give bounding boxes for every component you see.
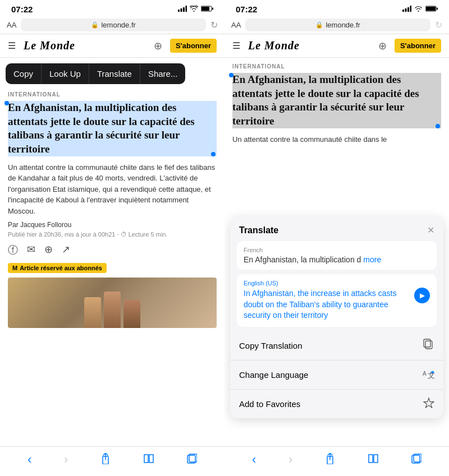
translate-result-box: English (US) In Afghanistan, the increas… [237,274,437,327]
social-icons-left: ⓕ ✉ ⊕ ↗ [8,243,217,257]
email-icon[interactable]: ✉ [27,243,35,257]
svg-rect-5 [201,7,209,11]
figure-2 [104,292,121,328]
whatsapp-icon[interactable]: ⊕ [44,243,53,257]
context-lookup[interactable]: Look Up [42,63,89,84]
content-area-right: INTERNATIONAL En Afghanistan, la multipl… [224,58,449,446]
browser-aa-right[interactable]: AA [231,21,241,29]
browser-url-left: lemonde.fr [101,21,135,29]
article-title-left[interactable]: En Afghanistan, la multiplication des at… [8,101,217,156]
translate-actions: Copy Translation Change Language A 文 [230,331,443,418]
share-logo-icon-right[interactable]: ⊕ [378,40,387,52]
subscribe-button-right[interactable]: S'abonner [395,39,441,53]
svg-rect-18 [424,339,430,347]
nav-share-left[interactable] [100,453,111,467]
right-panel: 07:22 [224,0,449,476]
svg-rect-13 [410,6,412,12]
context-copy[interactable]: Copy [6,63,42,84]
play-button[interactable]: ▶ [414,288,430,303]
translate-source-box: French En Afghanistan, la multiplication… [237,241,437,270]
translate-source-text-row: En Afghanistan, la multiplication d more [244,255,430,264]
lemonde-header-right: ☰ Le Monde ⊕ S'abonner [224,34,449,58]
add-favorites-label: Add to Favorites [239,399,300,409]
browser-url-box-right[interactable]: 🔒 lemonde.fr [245,19,430,31]
nav-forward-right[interactable]: › [288,452,292,467]
hamburger-icon-right[interactable]: ☰ [232,40,240,51]
change-language-action[interactable]: Change Language A 文 [230,361,443,390]
browser-bar-right: AA 🔒 lemonde.fr ↻ [224,16,449,34]
svg-rect-6 [212,7,213,10]
refresh-icon-left[interactable]: ↻ [210,20,218,30]
nav-book-left[interactable] [143,454,154,466]
status-time-right: 07:22 [236,4,257,14]
content-area-left: Copy Look Up Translate Share... INTERNAT… [0,58,224,446]
translate-source-lang: French [244,247,430,253]
translate-header: Translate ✕ [230,217,443,241]
wifi-icon-right [414,6,423,13]
lemonde-logo-right: Le Monde [248,39,373,52]
nav-book-right[interactable] [368,454,379,466]
lock-icon-right: 🔒 [315,21,323,29]
svg-rect-17 [425,341,432,349]
copy-translation-icon [423,339,434,353]
svg-rect-10 [402,10,404,12]
nav-back-right[interactable]: ‹ [252,452,256,467]
lemonde-header-left: ☰ Le Monde ⊕ S'abonner [0,34,224,58]
section-label-right: INTERNATIONAL [232,63,441,70]
change-language-label: Change Language [239,370,308,380]
change-language-icon: A 文 [422,368,434,382]
browser-aa-left[interactable]: AA [7,21,16,29]
share-logo-icon-left[interactable]: ⊕ [154,40,162,52]
context-translate[interactable]: Translate [89,63,140,84]
translate-close-button[interactable]: ✕ [427,225,434,235]
lemonde-logo-left: Le Monde [24,39,148,52]
translate-result-content: In Afghanistan, the increase in attacks … [244,288,409,321]
translate-result-text-area: English (US) In Afghanistan, the increas… [244,280,409,321]
signal-icon-right [402,6,411,13]
nav-tabs-right[interactable] [411,454,421,466]
facebook-icon[interactable]: ⓕ [8,243,18,257]
svg-text:A: A [423,371,427,377]
subscribe-button-left[interactable]: S'abonner [170,39,217,53]
section-label-left: INTERNATIONAL [8,91,217,98]
selection-handle-bottom-right[interactable] [436,124,440,128]
article-author-left: Par Jacques Follorou [8,221,217,229]
svg-rect-15 [426,7,436,11]
nav-share-right[interactable] [325,453,335,467]
translate-source-text: En Afghanistan, la multiplication d [244,255,361,264]
add-favorites-action[interactable]: Add to Favorites [230,390,443,418]
refresh-icon-right[interactable]: ↻ [435,20,442,30]
context-share[interactable]: Share... [140,63,186,84]
figure-3 [123,300,140,328]
selection-handle-bottom[interactable] [211,152,216,156]
svg-rect-11 [405,8,407,12]
status-icons-left [178,6,213,13]
svg-rect-16 [437,7,438,10]
selection-handle-top[interactable] [4,101,9,105]
browser-url-right: lemonde.fr [326,21,360,29]
nav-forward-left[interactable]: › [64,452,68,467]
nav-back-left[interactable]: ‹ [28,452,31,467]
figure-1 [84,297,101,328]
svg-rect-12 [407,7,409,12]
selection-handle-top-right[interactable] [229,73,233,77]
hamburger-icon-left[interactable]: ☰ [8,40,16,51]
article-image-left [8,278,217,328]
article-section-right: INTERNATIONAL En Afghanistan, la multipl… [224,58,449,155]
bottom-nav-left: ‹ › [0,446,224,476]
article-date-left: Publié hier à 20h36, mis à jour à 00h21 … [8,231,217,238]
browser-bar-left: AA 🔒 lemonde.fr ↻ [0,16,224,34]
article-badge-left: M Article réservé aux abonnés [8,263,107,273]
badge-icon-left: M [12,265,17,271]
translate-panel: Translate ✕ French En Afghanistan, la mu… [230,217,443,418]
browser-url-box-left[interactable]: 🔒 lemonde.fr [21,19,206,31]
translate-more-link[interactable]: more [363,255,381,264]
article-section-left: INTERNATIONAL En Afghanistan, la multipl… [0,86,224,334]
bottom-nav-right: ‹ › [224,446,449,476]
article-title-right[interactable]: En Afghanistan, la multiplication des at… [232,73,441,128]
nav-tabs-left[interactable] [187,454,197,466]
more-share-icon[interactable]: ↗ [62,243,70,257]
copy-translation-action[interactable]: Copy Translation [230,331,443,361]
svg-rect-1 [181,8,182,12]
battery-icon-left [201,6,213,13]
